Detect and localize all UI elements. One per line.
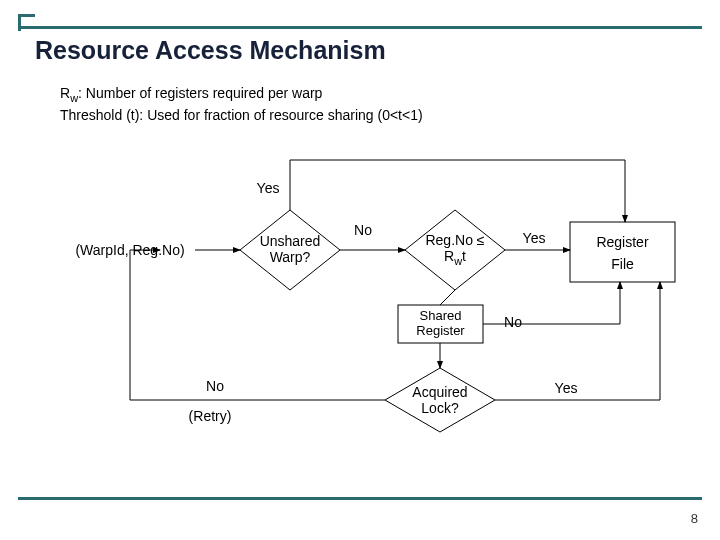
register-file-node: RegisterFile: [570, 231, 675, 276]
edge-no-unshared: No: [348, 222, 378, 238]
edge-yes-regno: Yes: [516, 230, 552, 246]
unshared-warp-decision: Unshared Warp?: [248, 233, 332, 265]
edge-yes-acquired: Yes: [548, 380, 584, 396]
page-number: 8: [691, 511, 698, 526]
edge-no-shared: No: [498, 314, 528, 330]
svg-line-8: [440, 290, 455, 305]
retry-node: (Retry): [170, 408, 250, 424]
regno-decision: Reg.No ≤ Rwt: [410, 232, 500, 267]
acquired-lock-decision: Acquired Lock?: [392, 384, 488, 416]
input-node: (WarpId, Reg.No): [60, 242, 200, 258]
edge-yes-unshared: Yes: [248, 180, 288, 196]
shared-register-node: Shared Register: [398, 308, 483, 338]
edge-no-acquired: No: [200, 378, 230, 394]
